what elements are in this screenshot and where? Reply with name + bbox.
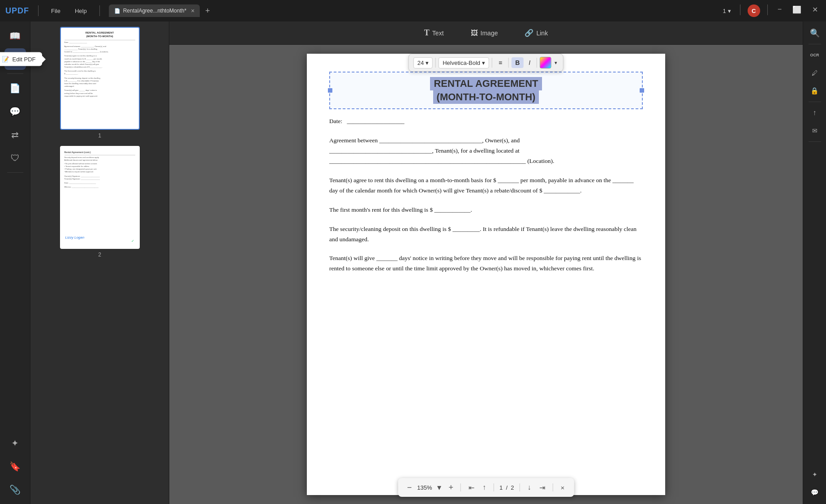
- page-current: 1: [723, 8, 726, 14]
- nav-prev-btn[interactable]: ↑: [480, 483, 488, 492]
- thumb-item-2[interactable]: Rental Agreement (cont.) Security deposi…: [34, 146, 165, 258]
- deposit-para: The security/cleaning deposit on this dw…: [329, 224, 643, 245]
- image-tool-icon: 🖼: [471, 29, 478, 37]
- image-tool-label: Image: [481, 30, 498, 37]
- cloud-icon[interactable]: 💬: [807, 484, 823, 500]
- top-toolbar: T Text 🖼 Image 🔗 Link: [169, 21, 803, 45]
- agreement-para: Agreement between ______________________…: [329, 136, 643, 167]
- color-picker[interactable]: [540, 57, 551, 68]
- nav-sep1: [460, 483, 461, 491]
- italic-btn[interactable]: I: [525, 57, 534, 68]
- window-controls: C − ⬜ ✕: [738, 4, 821, 17]
- sidebar-sep2: [7, 172, 23, 173]
- thumb-check: ✓: [131, 239, 134, 243]
- edit-pdf-icon-small: 📝: [2, 56, 9, 63]
- fmt-sep3: [508, 58, 509, 68]
- sidebar-item-protect[interactable]: 🛡: [4, 147, 26, 169]
- sidebar-item-ai[interactable]: ✦: [4, 432, 26, 454]
- font-size-select[interactable]: 24 ▾: [413, 57, 433, 68]
- sidebar-item-convert[interactable]: ⇄: [4, 124, 26, 145]
- handle-right[interactable]: [640, 88, 644, 93]
- secure-icon[interactable]: 🔒: [807, 83, 823, 99]
- image-tool-btn[interactable]: 🖼 Image: [465, 26, 504, 40]
- ai2-icon[interactable]: ✦: [807, 466, 823, 483]
- right-sep1: [809, 44, 821, 44]
- font-name-select[interactable]: Helvetica-Bold ▾: [439, 57, 489, 68]
- date-line: Date: ___________________: [329, 116, 643, 127]
- thumb-page-2[interactable]: Rental Agreement (cont.) Security deposi…: [60, 146, 140, 249]
- menu-help[interactable]: Help: [71, 6, 90, 16]
- reader-icon: 📖: [9, 30, 21, 41]
- ocr-icon[interactable]: OCR: [807, 47, 823, 63]
- sidebar-sep1: [7, 73, 23, 74]
- tab-doc-icon: 📄: [114, 8, 120, 14]
- bottom-bar: − 135% ▾ + ⇤ ↑ 1 / 2 ↓ ⇥ ×: [398, 478, 574, 497]
- protect-icon: 🛡: [11, 153, 20, 163]
- zoom-in-btn[interactable]: +: [447, 482, 455, 493]
- page-indicator: 1 ▾: [723, 8, 731, 14]
- nav-close-btn[interactable]: ×: [559, 483, 567, 492]
- menu-file[interactable]: File: [47, 6, 64, 16]
- link-tool-label: Link: [536, 30, 548, 37]
- align-center-btn[interactable]: ≡: [495, 57, 506, 68]
- title-highlight-2: (MONTH-TO-MONTH): [433, 90, 539, 104]
- title-selection-box[interactable]: RENTAL AGREEMENT (MONTH-TO-MONTH): [329, 72, 643, 109]
- text-tool-btn[interactable]: T Text: [418, 26, 450, 40]
- sidebar-right: 🔍 OCR 🖊 🔒 ↑ ✉ ✦ 💬: [803, 21, 826, 504]
- sidebar-item-bookmark[interactable]: 🔖: [4, 456, 26, 477]
- title-bar: UPDF File Help 📄 RentalAgree...nthtoMont…: [0, 0, 826, 21]
- tab-title: RentalAgree...nthtoMonth*: [123, 8, 186, 14]
- sidebar-item-attachment[interactable]: 📎: [4, 479, 26, 500]
- thumb-label-1: 1: [98, 132, 101, 139]
- tab-document[interactable]: 📄 RentalAgree...nthtoMonth* ×: [109, 4, 200, 17]
- avatar: C: [748, 4, 760, 17]
- close-btn[interactable]: ✕: [809, 4, 821, 17]
- divider3: [740, 4, 740, 15]
- right-sep2: [809, 102, 821, 102]
- minimize-btn[interactable]: −: [775, 4, 784, 17]
- search-icon[interactable]: 🔍: [807, 25, 823, 41]
- sidebar-item-comment[interactable]: 💬: [4, 101, 26, 122]
- attachment-icon: 📎: [9, 484, 21, 495]
- font-size-chevron: ▾: [426, 60, 429, 66]
- zoom-dropdown-btn[interactable]: ▾: [435, 482, 443, 493]
- thumb-sig: Lizzy Logan: [65, 235, 85, 240]
- rental-title: RENTAL AGREEMENT (MONTH-TO-MONTH): [335, 77, 637, 104]
- pdf-page: RENTAL AGREEMENT (MONTH-TO-MONTH) Date: …: [307, 54, 665, 495]
- divider: [38, 5, 39, 16]
- tab-close-btn[interactable]: ×: [191, 7, 194, 14]
- sidebar-item-organize[interactable]: 📄: [4, 77, 26, 99]
- notice-para: Tenant(s) will give _______ days' notice…: [329, 253, 643, 274]
- color-chevron-btn[interactable]: ▾: [553, 59, 559, 67]
- link-tool-btn[interactable]: 🔗 Link: [518, 26, 554, 40]
- edit-pdf-tooltip: 📝 Edit PDF: [0, 52, 42, 66]
- main-layout: 📖 ✏️ 📝 Edit PDF 📄 💬 ⇄ 🛡 ✦ 🔖: [0, 21, 826, 504]
- link-tool-icon: 🔗: [525, 29, 533, 37]
- nav-next-btn[interactable]: ↓: [525, 483, 533, 492]
- maximize-btn[interactable]: ⬜: [790, 4, 804, 17]
- comment-icon: 💬: [9, 106, 21, 117]
- sidebar-item-reader[interactable]: 📖: [4, 25, 26, 47]
- divider2: [99, 5, 100, 16]
- thumb-page-1[interactable]: RENTAL AGREEMENT(MONTH-TO-MONTH) Date: _…: [60, 27, 140, 130]
- zoom-out-btn[interactable]: −: [405, 482, 414, 493]
- handle-left[interactable]: [328, 88, 332, 93]
- nav-first-btn[interactable]: ⇤: [466, 483, 477, 493]
- format-toolbar: 24 ▾ Helvetica-Bold ▾ ≡ B I ▾: [409, 54, 564, 72]
- sidebar-item-edit[interactable]: ✏️ 📝 Edit PDF: [4, 48, 26, 70]
- fmt-sep2: [492, 58, 492, 68]
- thumb-item-1[interactable]: RENTAL AGREEMENT(MONTH-TO-MONTH) Date: _…: [34, 27, 165, 139]
- organize-icon: 📄: [9, 83, 21, 94]
- bold-btn[interactable]: B: [512, 57, 523, 68]
- thumb-label-2: 2: [98, 252, 101, 258]
- share-icon[interactable]: ↑: [807, 105, 823, 121]
- thumbnail-panel: RENTAL AGREEMENT(MONTH-TO-MONTH) Date: _…: [30, 21, 169, 504]
- email-icon[interactable]: ✉: [807, 123, 823, 139]
- stamp-icon[interactable]: 🖊: [807, 65, 823, 81]
- app-logo: UPDF: [5, 6, 29, 16]
- tab-add-btn[interactable]: +: [202, 4, 214, 17]
- font-size-value: 24: [417, 60, 424, 66]
- nav-last-btn[interactable]: ⇥: [537, 483, 547, 493]
- nav-sep2: [494, 483, 494, 491]
- nav-sep3: [520, 483, 520, 491]
